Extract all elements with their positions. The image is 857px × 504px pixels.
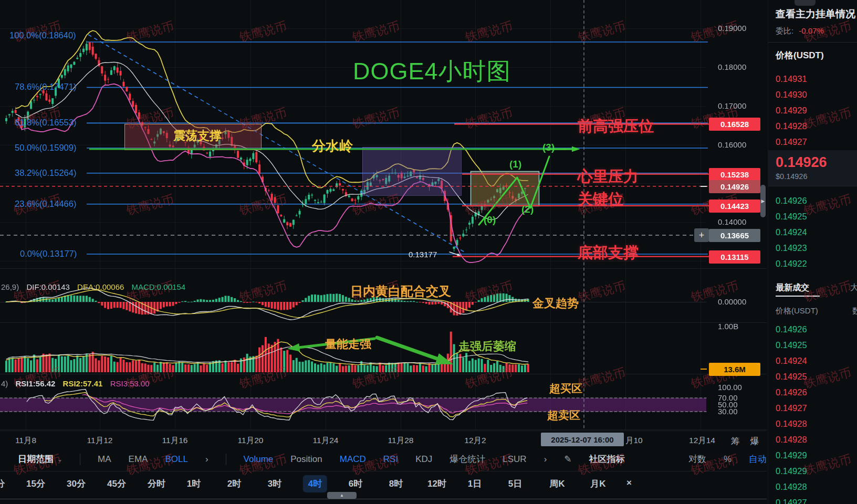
toolbar-item-KDJ[interactable]: KDJ [415,454,432,465]
toolbar-item-›[interactable]: › [544,454,547,465]
timeframe-3时[interactable]: 3时 [263,475,287,492]
crosshair-plus-button[interactable]: + [694,228,709,242]
toolbar-item-自动[interactable]: 自动 [749,453,767,465]
timeframe-12时[interactable]: 12时 [422,475,452,492]
bid-row[interactable]: 0.14923 [776,243,807,253]
timeframe-周K[interactable]: 周K [544,475,570,492]
note-golden-cross: 金叉趋势 [532,296,579,311]
ask-row[interactable]: 0.14930 [776,90,807,100]
crosshair-date-tooltip: 2025-12-07 16:00 [541,433,624,446]
macd-macd-value: MACD:0.00154 [132,282,186,291]
weibi-row: 委比: -0.07% [776,26,824,36]
tab-large-orders-partial[interactable]: 大 [850,282,857,293]
fib-label-382: 38.2%(0.15264) [15,168,76,178]
toolbar-item-对数[interactable]: 对数 [688,453,706,465]
ask-row[interactable]: 0.14927 [776,137,807,147]
weibi-label: 委比: [776,26,793,35]
toolbar-item-日期范围[interactable]: 日期范围 [18,453,54,465]
axis-button-筹[interactable]: 筹 [731,435,740,447]
price-tag-0.13665: 0.13665 [709,229,760,242]
timeframe-15分[interactable]: 15分 [21,475,50,492]
timeframe-2时[interactable]: 2时 [222,475,246,492]
timeframe-6时[interactable]: 6时 [343,475,368,492]
chevron-down-icon: ⌄ [57,456,62,463]
trade-row: 0.14929 [776,466,807,476]
toolbar-item-社区指标[interactable]: 社区指标 [589,453,625,465]
date-label: 11月20 [238,435,264,446]
macd-params: 26,9) [1,282,19,291]
toolbar-item-Volume[interactable]: Volume [244,454,274,465]
active-tab-underline [776,296,820,297]
timeframe-×[interactable]: × [621,475,637,491]
toolbar-item-Position[interactable]: Position [290,454,322,465]
last-price-usd: $0.14926 [776,172,807,181]
trades-header-price: 价格(USDT) [776,306,818,316]
toolbar-item-LSUR[interactable]: LSUR [503,454,526,465]
fib-label-786: 78.6%(0.17471) [15,82,76,92]
date-label: 11月24 [313,435,339,446]
trade-row: 0.14928 [776,419,807,429]
price-axis-tick: 0.19000 [718,24,746,33]
chart-title: DOGE4小时图 [353,56,511,87]
bid-row[interactable]: 0.14924 [776,227,807,237]
timeframe-toolbar: 1分15分30分45分分时1时2时3时4时6时8时12时1日5日周K月K× [0,471,767,492]
price-axis-tick: 0.14000 [718,217,746,226]
timeframe-分时[interactable]: 分时 [142,475,171,492]
bid-row[interactable]: 0.14922 [776,259,807,269]
price-tag-0.14926: 0.14926 [709,180,760,193]
timeframe-30分[interactable]: 30分 [61,475,91,492]
note-overbought: 超买区 [549,381,582,396]
timeframe-8时[interactable]: 8时 [384,475,408,492]
timeframe-1时[interactable]: 1时 [182,475,206,492]
trade-row: 0.14926 [776,387,807,397]
ask-row[interactable]: 0.14928 [776,121,807,131]
timeframe-1分[interactable]: 1分 [0,475,10,492]
date-label: 11月28 [388,435,414,446]
top-mini-tab [795,0,816,6]
bottom-divider [0,499,767,499]
main-orders-link[interactable]: 查看主力挂单情况 [776,7,855,21]
wave-label-0: (0) [484,214,496,226]
toolbar-item-爆仓统计[interactable]: 爆仓统计 [450,453,485,465]
timeframe-45分[interactable]: 45分 [102,475,131,492]
price-axis-tick: 100.00 [718,383,742,392]
fib-label-100: 100.0%(0.18640) [9,30,76,40]
collapse-panel-button[interactable]: ▲ [327,492,357,499]
fib-label-618: 61.8%(0.16553) [15,118,76,128]
toolbar-item-MA[interactable]: MA [98,454,111,465]
bid-row[interactable]: 0.14925 [776,212,807,222]
bid-row[interactable]: 0.14926 [776,196,807,206]
toolbar-item-✎[interactable]: ✎ [564,454,571,465]
trade-row: 0.14925 [776,340,807,350]
timeframe-4时[interactable]: 4时 [303,475,327,492]
toolbar-item-%[interactable]: % [724,454,731,465]
timeframe-5日[interactable]: 5日 [503,475,527,492]
toolbar-item-›[interactable]: › [205,454,208,465]
trade-row: 0.14928 [776,435,807,445]
timeframe-1日[interactable]: 1日 [463,475,487,492]
tab-latest-trades[interactable]: 最新成交 [776,282,809,293]
toolbar-item-RSI[interactable]: RSI [383,454,398,465]
rsi-header: 4) RSI1:56.42 RSI2:57.41 RSI3:53.00 [1,379,150,388]
trade-row: 0.14926 [776,324,807,334]
axis-scrollbar[interactable]: ▶ [760,185,766,217]
macd-dif-value: DIF:0.00143 [26,282,70,291]
price-tag-0.16528: 0.16528 [709,118,760,131]
axis-button-爆[interactable]: 爆 [750,435,759,447]
ask-row[interactable]: 0.14931 [776,74,807,84]
indicator-toolbar: 日期范围⌄MAEMABOLL›VolumePositionMACDRSIKDJ爆… [0,447,767,471]
fib-label-0: 0.0%(0.13177) [20,249,77,259]
ask-row[interactable]: 0.14929 [776,106,807,116]
note-oversold: 超卖区 [547,408,580,423]
trading-app: { "watermark_text": "铁鹰说币", "header": {"… [0,0,857,504]
toolbar-item-BOLL[interactable]: BOLL [165,454,187,465]
trade-row: 0.14925 [776,372,807,382]
note-resistance-top: 前高强压位 [578,116,654,137]
price-axis-tick: 1.00B [718,322,738,331]
toolbar-item-MACD[interactable]: MACD [340,454,366,465]
note-bottom-support: 底部支撑 [578,243,639,264]
macd-dea-value: DEA:0.00066 [77,282,124,291]
toolbar-item-EMA[interactable]: EMA [129,454,148,465]
timeframe-月K[interactable]: 月K [585,475,611,492]
price-axis-tick: 30.00 [718,407,738,416]
